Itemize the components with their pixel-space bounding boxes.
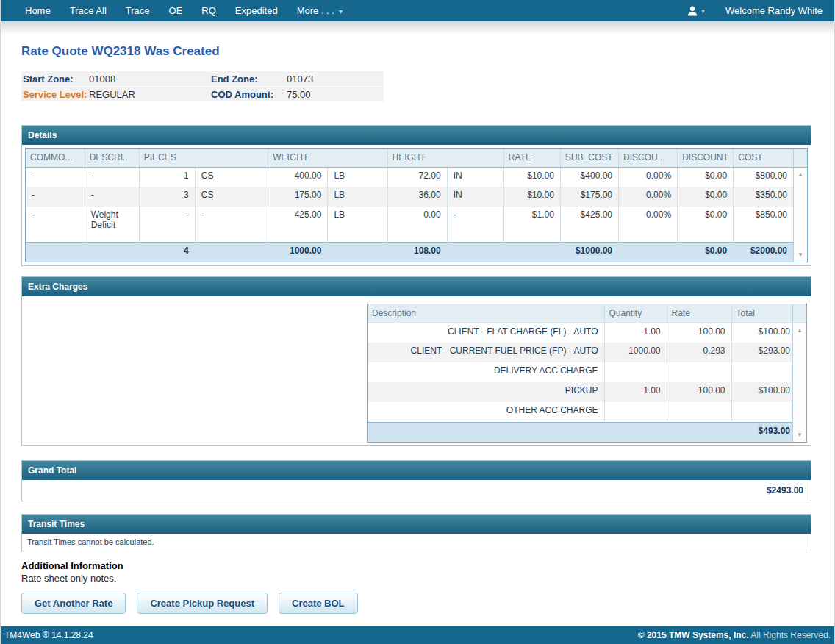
extra-charge-row: OTHER ACC CHARGE bbox=[368, 402, 796, 422]
cell-cost: $800.00 bbox=[734, 167, 793, 187]
page: Home Trace All Trace OE RQ Expedited Mor… bbox=[0, 0, 835, 644]
cell-description: CLIENT - CURRENT FUEL PRICE (FP) - AUTO bbox=[368, 343, 604, 362]
cell-discount: $0.00 bbox=[678, 167, 734, 187]
totals-rate bbox=[667, 422, 731, 442]
quote-info-block: Start Zone: 01008 End Zone: 01073 Servic… bbox=[21, 71, 384, 101]
cell-description: DELIVERY ACC CHARGE bbox=[368, 362, 604, 382]
cell-weight: 175.00 bbox=[268, 187, 328, 207]
totals-rate bbox=[503, 242, 560, 262]
grand-total-header: Grand Total bbox=[22, 461, 811, 480]
cell-height: 36.00 bbox=[387, 187, 447, 207]
cell-total bbox=[731, 362, 796, 382]
col-header-discount[interactable]: DISCOUNT bbox=[678, 149, 734, 167]
col-header-rate[interactable]: Rate bbox=[667, 304, 731, 323]
col-header-sub-cost[interactable]: SUB_COST bbox=[560, 149, 618, 167]
cell-quantity bbox=[604, 402, 667, 422]
cell-sub-cost: $425.00 bbox=[560, 207, 618, 242]
col-header-description[interactable]: Description bbox=[368, 304, 604, 323]
details-totals-row: 4 1000.00 108.00 $1000.00 $0.00 $20 bbox=[26, 242, 793, 262]
extra-charge-row: PICKUP 1.00 100.00 $100.00 bbox=[368, 382, 796, 402]
col-header-description[interactable]: DESCRI... bbox=[85, 149, 139, 167]
extra-charges-panel: Extra Charges Description Quantity Rate bbox=[21, 276, 811, 446]
nav-item-rq[interactable]: RQ bbox=[192, 5, 226, 16]
cell-pieces: - bbox=[139, 207, 195, 242]
cell-pieces-unit: - bbox=[195, 207, 268, 242]
cell-commodity: - bbox=[26, 187, 85, 207]
user-menu-button[interactable]: ▾ bbox=[687, 5, 705, 17]
cell-sub-cost: $400.00 bbox=[560, 167, 618, 187]
cell-cost: $850.00 bbox=[734, 207, 793, 242]
cell-pieces-unit: CS bbox=[195, 187, 268, 207]
details-scrollbar[interactable]: ▲ ▼ bbox=[793, 149, 807, 262]
cell-height-unit: IN bbox=[447, 167, 503, 187]
totals-pieces-unit bbox=[195, 242, 268, 262]
col-header-commodity[interactable]: COMMO... bbox=[26, 149, 85, 167]
cell-height-unit: - bbox=[447, 207, 503, 242]
details-table: COMMO... DESCRI... PIECES WEIGHT HEIGHT … bbox=[26, 149, 793, 262]
main-content: Rate Quote WQ2318 Was Created Start Zone… bbox=[1, 44, 834, 614]
scrollbar-track[interactable] bbox=[793, 337, 806, 428]
col-header-discount-pct[interactable]: DISCOU... bbox=[619, 149, 678, 167]
nav-item-expedited[interactable]: Expedited bbox=[226, 5, 287, 16]
service-level-value: REGULAR bbox=[89, 89, 211, 100]
details-row: - - 1 CS 400.00 LB 72.00 IN $10.00 $400.… bbox=[26, 167, 793, 187]
extra-charges-header-row: Description Quantity Rate Total bbox=[368, 304, 796, 323]
nav-item-more[interactable]: More . . .▾ bbox=[287, 5, 352, 16]
scroll-down-icon[interactable]: ▼ bbox=[794, 248, 807, 262]
totals-discount-pct bbox=[619, 242, 678, 262]
details-panel: Details COMMO... DESCRI... bbox=[21, 125, 811, 266]
welcome-text: Welcome Randy White bbox=[725, 5, 827, 16]
info-row-zones: Start Zone: 01008 End Zone: 01073 bbox=[21, 71, 384, 86]
grand-total-value: $2493.00 bbox=[22, 480, 811, 501]
col-header-total[interactable]: Total bbox=[731, 304, 796, 323]
cell-rate bbox=[667, 362, 731, 382]
footer-copyright-company: © 2015 TMW Systems, Inc. bbox=[638, 630, 749, 640]
nav-shade-divider bbox=[1, 21, 834, 35]
col-header-rate[interactable]: RATE bbox=[503, 149, 560, 167]
nav-item-trace[interactable]: Trace bbox=[116, 5, 160, 16]
details-header: Details bbox=[22, 126, 811, 145]
chevron-down-icon: ▾ bbox=[701, 7, 705, 15]
create-pickup-request-button[interactable]: Create Pickup Request bbox=[137, 593, 268, 614]
transit-times-message: Transit Times cannot be calculated. bbox=[22, 534, 811, 551]
transit-times-panel: Transit Times Transit Times cannot be ca… bbox=[21, 514, 811, 551]
cell-weight-unit: LB bbox=[328, 187, 387, 207]
cell-quantity: 1000.00 bbox=[604, 343, 667, 362]
extra-charges-body: Description Quantity Rate Total CLIENT -… bbox=[22, 296, 811, 445]
chevron-down-icon: ▾ bbox=[339, 7, 343, 15]
footer-rights: All Rights Reserved. bbox=[749, 630, 831, 640]
scroll-up-icon[interactable]: ▲ bbox=[793, 323, 806, 337]
extra-charge-row: CLIENT - CURRENT FUEL PRICE (FP) - AUTO … bbox=[368, 343, 796, 362]
extra-charges-scrollbar[interactable]: ▲ ▼ bbox=[792, 304, 806, 442]
page-title: Rate Quote WQ2318 Was Created bbox=[21, 44, 811, 59]
scroll-up-icon[interactable]: ▲ bbox=[794, 168, 807, 182]
cell-rate bbox=[667, 402, 731, 422]
scrollbar-track[interactable] bbox=[794, 182, 807, 248]
totals-height-unit bbox=[447, 242, 503, 262]
cell-cost: $350.00 bbox=[734, 187, 793, 207]
totals-total: $493.00 bbox=[731, 422, 796, 442]
col-header-cost[interactable]: COST bbox=[734, 149, 793, 167]
col-header-weight[interactable]: WEIGHT bbox=[268, 149, 387, 167]
cell-rate: 0.293 bbox=[667, 343, 731, 362]
cell-total: $100.00 bbox=[731, 323, 796, 343]
details-body: COMMO... DESCRI... PIECES WEIGHT HEIGHT … bbox=[22, 145, 811, 265]
totals-description bbox=[85, 242, 139, 262]
cell-description: PICKUP bbox=[368, 382, 604, 402]
action-buttons: Get Another Rate Create Pickup Request C… bbox=[21, 593, 811, 614]
grand-total-panel: Grand Total $2493.00 bbox=[21, 460, 811, 501]
extra-charges-table: Description Quantity Rate Total CLIENT -… bbox=[368, 304, 796, 442]
col-header-quantity[interactable]: Quantity bbox=[604, 304, 667, 323]
nav-item-oe[interactable]: OE bbox=[160, 5, 193, 16]
col-header-pieces[interactable]: PIECES bbox=[139, 149, 268, 167]
nav-item-trace-all[interactable]: Trace All bbox=[60, 5, 116, 16]
totals-cost: $2000.00 bbox=[734, 242, 793, 262]
col-header-height[interactable]: HEIGHT bbox=[387, 149, 503, 167]
get-another-rate-button[interactable]: Get Another Rate bbox=[21, 593, 126, 614]
nav-item-home[interactable]: Home bbox=[15, 5, 60, 16]
cod-amount-value: 75.00 bbox=[287, 89, 382, 100]
scroll-down-icon[interactable]: ▼ bbox=[793, 428, 806, 442]
totals-commodity bbox=[26, 242, 85, 262]
create-bol-button[interactable]: Create BOL bbox=[279, 593, 358, 614]
extra-charges-grid: Description Quantity Rate Total CLIENT -… bbox=[367, 304, 807, 443]
